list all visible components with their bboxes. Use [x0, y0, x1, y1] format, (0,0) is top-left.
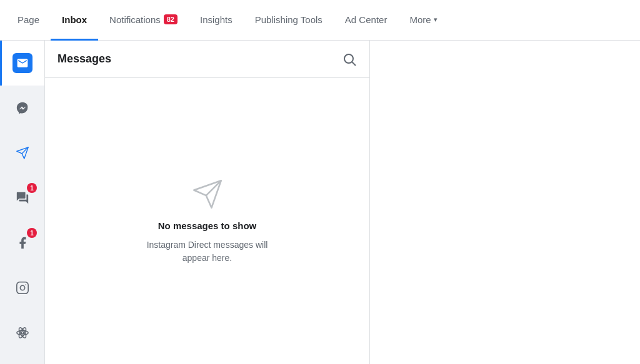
send-icon — [12, 143, 32, 163]
instagram-icon — [12, 278, 32, 298]
nav-label-publishing-tools: Publishing Tools — [255, 14, 322, 25]
svg-point-4 — [25, 284, 26, 285]
nav-label-ad-center: Ad Center — [345, 14, 388, 25]
nav-label-more: More — [409, 14, 431, 25]
svg-line-10 — [352, 62, 356, 66]
messages-panel: Messages No messages to show Instagram D… — [45, 41, 370, 364]
svg-point-3 — [20, 285, 24, 290]
empty-state-icon — [191, 178, 224, 210]
nav-item-publishing-tools[interactable]: Publishing Tools — [244, 0, 334, 41]
inbox-icon — [12, 53, 32, 73]
more-arrow-icon: ▾ — [434, 16, 438, 24]
sidebar-item-direct[interactable] — [0, 130, 44, 175]
sidebar-item-instagram[interactable] — [0, 265, 44, 310]
facebook-badge: 1 — [27, 228, 37, 238]
nav-item-ad-center[interactable]: Ad Center — [334, 0, 399, 41]
nav-item-notifications[interactable]: Notifications 82 — [98, 0, 189, 41]
empty-desc: Instagram Direct messages will appear he… — [145, 239, 270, 265]
nav-label-insights: Insights — [200, 14, 232, 25]
sidebar: 1 1 — [0, 41, 45, 364]
sidebar-item-facebook-page[interactable]: 1 — [0, 220, 44, 265]
nav-label-inbox: Inbox — [62, 14, 87, 25]
svg-point-5 — [21, 332, 24, 334]
main-layout: 1 1 — [0, 41, 640, 364]
messages-title: Messages — [58, 52, 111, 66]
sidebar-item-other[interactable] — [0, 310, 44, 355]
sidebar-item-comments[interactable]: 1 — [0, 175, 44, 220]
sidebar-item-messages-inbox[interactable] — [0, 41, 44, 86]
svg-rect-2 — [16, 282, 28, 293]
notifications-badge: 82 — [164, 14, 178, 24]
messenger-icon — [12, 98, 32, 118]
nav-label-page: Page — [18, 14, 39, 25]
nav-item-page[interactable]: Page — [6, 0, 51, 41]
nav-item-insights[interactable]: Insights — [189, 0, 244, 41]
messages-body: No messages to show Instagram Direct mes… — [45, 78, 369, 364]
messages-header: Messages — [45, 41, 369, 78]
comments-badge: 1 — [27, 183, 37, 193]
search-button[interactable] — [342, 52, 357, 67]
nav-item-inbox[interactable]: Inbox — [51, 0, 98, 41]
nav-item-more[interactable]: More ▾ — [398, 0, 448, 41]
empty-title: No messages to show — [158, 220, 257, 231]
nav-label-notifications: Notifications — [109, 14, 161, 25]
sidebar-item-messenger[interactable] — [0, 86, 44, 130]
other-icon — [12, 323, 32, 343]
content-area — [370, 41, 640, 364]
svg-point-9 — [344, 54, 353, 63]
top-nav: Page Inbox Notifications 82 Insights Pub… — [0, 0, 640, 41]
